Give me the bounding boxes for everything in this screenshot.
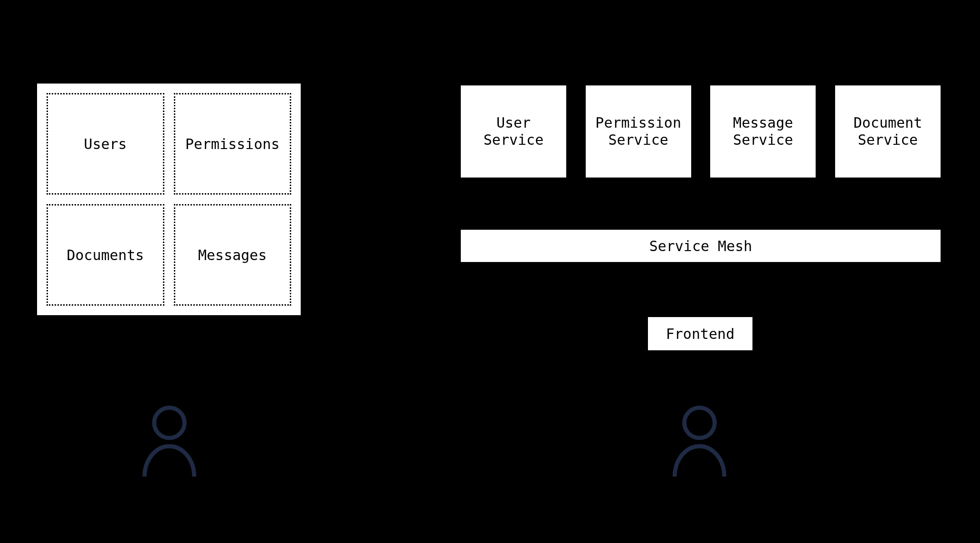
service-label: Document Service xyxy=(840,114,936,149)
monolith-module-label: Users xyxy=(84,136,127,152)
monolith-module-messages: Messages xyxy=(174,204,292,306)
monolith-module-users: Users xyxy=(47,93,164,195)
frontend-label: Frontend xyxy=(666,326,735,342)
service-mesh-bar: Service Mesh xyxy=(461,230,941,262)
monolith-module-label: Permissions xyxy=(185,136,280,152)
svg-point-0 xyxy=(154,408,185,438)
service-box-document: Document Service xyxy=(835,85,941,178)
monolith-module-label: Messages xyxy=(198,247,267,263)
service-label: Message Service xyxy=(715,114,811,149)
frontend-box: Frontend xyxy=(648,317,752,350)
service-box-permission: Permission Service xyxy=(586,85,691,178)
service-mesh-label: Service Mesh xyxy=(649,238,752,254)
service-box-message: Message Service xyxy=(710,85,816,178)
service-label: Permission Service xyxy=(590,114,686,149)
service-box-user: User Service xyxy=(461,85,566,178)
service-label: User Service xyxy=(466,114,561,149)
svg-point-1 xyxy=(685,408,715,438)
services-row: User Service Permission Service Message … xyxy=(461,85,941,178)
diagram-stage: Users Permissions Documents Messages Use… xyxy=(0,0,980,543)
user-icon xyxy=(665,403,734,479)
monolith-module-documents: Documents xyxy=(47,204,164,306)
monolith-module-permissions: Permissions xyxy=(174,93,292,195)
monolith-module-label: Documents xyxy=(67,247,144,263)
user-icon xyxy=(135,403,204,479)
monolith-container: Users Permissions Documents Messages xyxy=(37,84,301,315)
